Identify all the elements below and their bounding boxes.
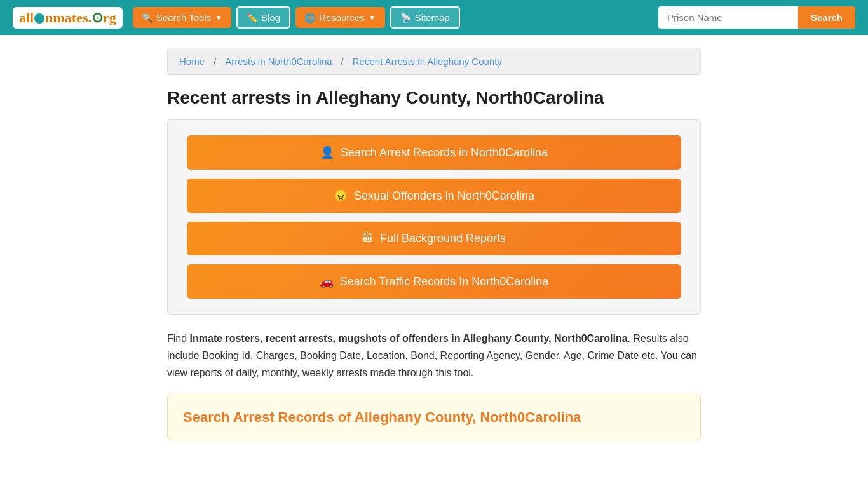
action-buttons-container: Search Arrest Records in North0Carolina … — [167, 119, 701, 315]
header-search: Search — [658, 6, 855, 29]
resources-icon — [304, 12, 315, 23]
breadcrumb-current[interactable]: Recent Arrests in Alleghany County — [353, 56, 502, 67]
person-icon — [320, 146, 334, 159]
blog-button[interactable]: Blog — [236, 6, 290, 29]
resources-button[interactable]: Resources ▼ — [295, 7, 385, 28]
sexual-offenders-button[interactable]: Sexual Offenders in North0Carolina — [187, 179, 681, 213]
main-nav: Search Tools ▼ Blog Resources ▼ Sitemap — [133, 6, 648, 29]
search-tools-button[interactable]: Search Tools ▼ — [133, 7, 231, 28]
prison-search-input[interactable] — [658, 6, 798, 29]
breadcrumb-arrests-nc[interactable]: Arrests in North0Carolina — [225, 56, 332, 67]
arrest-records-button[interactable]: Search Arrest Records in North0Carolina — [187, 135, 681, 170]
traffic-records-label: Search Traffic Records In North0Carolina — [340, 275, 549, 288]
site-logo[interactable]: allnmates.⊙rg — [13, 7, 123, 29]
breadcrumb-sep-1: / — [214, 56, 216, 67]
bottom-section: Search Arrest Records of Alleghany Count… — [167, 395, 701, 441]
sitemap-label: Sitemap — [415, 12, 450, 23]
car-icon — [320, 274, 334, 288]
arrest-records-label: Search Arrest Records in North0Carolina — [341, 146, 548, 159]
angry-icon — [334, 189, 348, 203]
description-text: Find Inmate rosters, recent arrests, mug… — [167, 330, 701, 382]
resources-arrow: ▼ — [369, 13, 376, 22]
blog-icon — [247, 12, 257, 23]
traffic-records-button[interactable]: Search Traffic Records In North0Carolina — [187, 264, 681, 299]
main-content: Home / Arrests in North0Carolina / Recen… — [148, 35, 720, 453]
sitemap-icon — [400, 12, 411, 23]
background-reports-label: Full Background Reports — [380, 232, 506, 245]
bottom-section-title: Search Arrest Records of Alleghany Count… — [183, 408, 685, 428]
desc-bold: Inmate rosters, recent arrests, mugshots… — [190, 333, 628, 344]
search-tools-label: Search Tools — [156, 12, 211, 23]
sexual-offenders-label: Sexual Offenders in North0Carolina — [354, 189, 534, 203]
resources-label: Resources — [319, 12, 365, 23]
breadcrumb-home[interactable]: Home — [179, 56, 205, 67]
blog-label: Blog — [261, 12, 280, 23]
building-icon — [362, 232, 374, 245]
background-reports-button[interactable]: Full Background Reports — [187, 222, 681, 255]
desc-prefix: Find — [167, 333, 190, 344]
site-header: allnmates.⊙rg Search Tools ▼ Blog Resour… — [0, 0, 868, 35]
search-tools-arrow: ▼ — [215, 13, 222, 22]
sitemap-button[interactable]: Sitemap — [390, 6, 460, 29]
breadcrumb: Home / Arrests in North0Carolina / Recen… — [167, 48, 701, 75]
search-icon — [142, 12, 153, 23]
page-title: Recent arrests in Alleghany County, Nort… — [167, 88, 701, 108]
breadcrumb-sep-2: / — [341, 56, 344, 67]
prison-search-button[interactable]: Search — [798, 6, 855, 29]
